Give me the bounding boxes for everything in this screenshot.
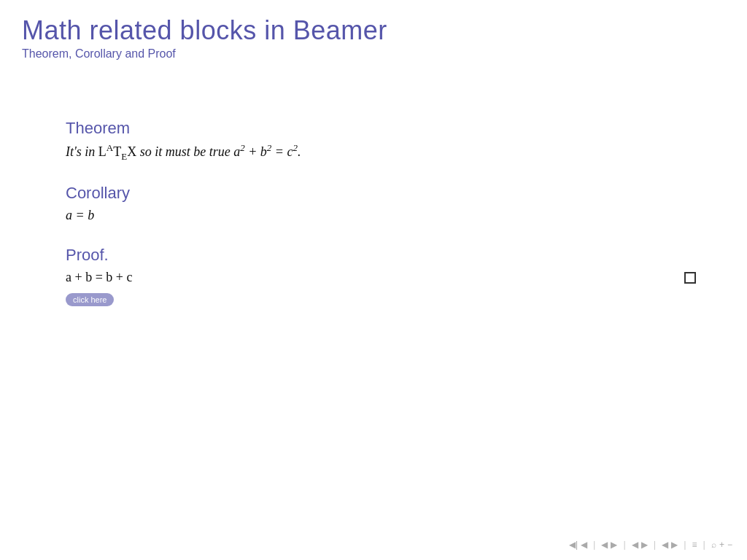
nav-bar: ◀| ◀ | ◀ ▶ | ◀ ▶ | ◀ ▶ | ≡ | ⌕ + − — [569, 539, 732, 550]
corollary-formula: a = b — [66, 208, 94, 222]
main-title: Math related blocks in Beamer — [22, 15, 725, 46]
nav-left-end-icon[interactable]: ◀| — [569, 540, 578, 550]
nav-frame-left-icon[interactable]: ◀ — [601, 540, 608, 550]
qed-box — [684, 272, 696, 284]
nav-bookmark-right-icon[interactable]: ▶ — [671, 540, 678, 550]
proof-formula: a + b = b + c — [66, 270, 132, 284]
nav-search-icon[interactable]: ⌕ — [711, 540, 716, 550]
proof-row: a + b = b + c — [66, 268, 725, 287]
proof-body: a + b = b + c — [66, 268, 132, 287]
nav-frame-right-icon[interactable]: ▶ — [611, 540, 617, 550]
theorem-block: Theorem It's in LATEX so it must be true… — [66, 119, 725, 163]
content-area: Theorem It's in LATEX so it must be true… — [66, 119, 725, 306]
nav-section-right-icon[interactable]: ▶ — [641, 540, 648, 550]
corollary-title: Corollary — [66, 184, 725, 203]
subtitle: Theorem, Corollary and Proof — [22, 47, 725, 61]
nav-section-left-icon[interactable]: ◀ — [632, 540, 638, 550]
nav-left-icon[interactable]: ◀ — [581, 540, 587, 550]
theorem-text2: so it must be true — [136, 144, 233, 159]
proof-title: Proof. — [66, 246, 725, 265]
nav-zoom-in-icon[interactable]: + — [719, 540, 724, 550]
nav-zoom-out-icon[interactable]: − — [727, 540, 732, 550]
click-here-button[interactable]: click here — [66, 293, 114, 306]
nav-menu-icon[interactable]: ≡ — [692, 540, 697, 550]
nav-bookmark-left-icon[interactable]: ◀ — [662, 540, 668, 550]
proof-block: Proof. a + b = b + c click here — [66, 246, 725, 306]
latex-logo: LATEX — [98, 144, 136, 159]
corollary-block: Corollary a = b — [66, 184, 725, 225]
corollary-body: a = b — [66, 206, 725, 225]
theorem-formula: a2 + b2 = c2. — [233, 144, 301, 159]
theorem-title: Theorem — [66, 119, 725, 138]
slide-header: Math related blocks in Beamer Theorem, C… — [22, 15, 725, 61]
theorem-body: It's in LATEX so it must be true a2 + b2… — [66, 141, 725, 163]
slide: Math related blocks in Beamer Theorem, C… — [0, 0, 747, 560]
theorem-text: It's in — [66, 144, 98, 159]
